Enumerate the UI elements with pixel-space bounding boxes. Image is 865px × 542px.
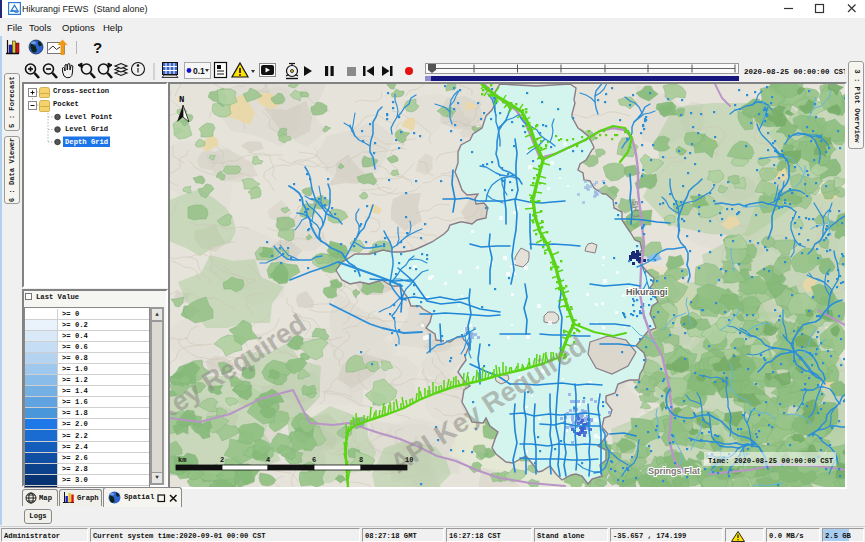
svg-text:?: ?: [93, 39, 102, 56]
svg-text:2: 2: [220, 456, 224, 464]
svg-text:Hikurangi: Hikurangi: [626, 287, 668, 297]
svg-text:Springs Flat: Springs Flat: [648, 466, 700, 476]
svg-text:10: 10: [405, 456, 413, 464]
svg-text:N: N: [179, 95, 184, 105]
svg-text:4: 4: [266, 456, 270, 464]
svg-text:km: km: [178, 456, 186, 464]
svg-text:0.1: 0.1: [193, 66, 205, 76]
svg-text:6: 6: [312, 456, 316, 464]
svg-text:Time: 2020-08-25 00:00:00 CST: Time: 2020-08-25 00:00:00 CST: [708, 457, 834, 465]
svg-text:2020-08-25 00:00:00 CST: 2020-08-25 00:00:00 CST: [744, 68, 845, 76]
svg-text:8: 8: [359, 456, 363, 464]
